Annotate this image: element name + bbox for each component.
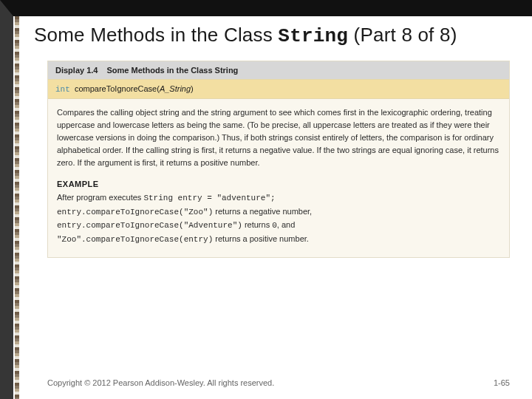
return-type: int [55,85,70,94]
vertical-stripe-decoration [15,16,19,399]
method-signature: int compareToIgnoreCase(A_String) [48,79,509,99]
example-2-mid: returns [242,220,272,229]
page-title: Some Methods in the Class String (Part 8… [13,16,532,61]
footer: Copyright © 2012 Pearson Addison-Wesley.… [47,378,510,387]
example-body: After program executes String entry = "a… [48,190,509,256]
example-3-code: "Zoo".compareToIgnoreCase(entry) [57,235,213,244]
example-line-1: entry.compareToIgnoreCase("Zoo") returns… [57,205,500,219]
title-class-code: String [278,25,348,47]
example-heading: EXAMPLE [48,174,509,190]
title-suffix: (Part 8 of 8) [348,24,457,46]
title-prefix: Some Methods in the Class [34,24,278,46]
content-panel: Display 1.4 Some Methods in the Class St… [47,61,510,258]
example-3-tail: returns a positive number. [213,234,309,243]
display-title: Some Methods in the Class String [106,66,238,75]
example-1-code: entry.compareToIgnoreCase("Zoo") [57,208,213,216]
example-2-val: 0 [272,221,277,230]
method-name: compareToIgnoreCase( [75,84,160,93]
example-line-decl: After program executes String entry = "a… [57,191,500,205]
method-arg: A_String [160,84,191,93]
method-description: Compares the calling object string and t… [48,99,509,174]
panel-header: Display 1.4 Some Methods in the Class St… [48,61,509,79]
example-2-tail: , and [277,220,295,229]
example-declaration-code: String entry = "adventure"; [143,194,275,202]
page-number: 1-65 [494,378,510,387]
copyright-text: Copyright © 2012 Pearson Addison-Wesley.… [47,378,274,387]
example-intro: After program executes [57,193,143,202]
example-line-3: "Zoo".compareToIgnoreCase(entry) returns… [57,233,500,247]
slide: Some Methods in the Class String (Part 8… [0,0,532,399]
method-close-paren: ) [191,84,194,93]
display-label: Display 1.4 [55,66,98,75]
example-line-2: entry.compareToIgnoreCase("Adventure") r… [57,219,500,233]
example-1-tail: returns a negative number, [213,207,312,216]
example-2-code: entry.compareToIgnoreCase("Adventure") [57,221,242,230]
